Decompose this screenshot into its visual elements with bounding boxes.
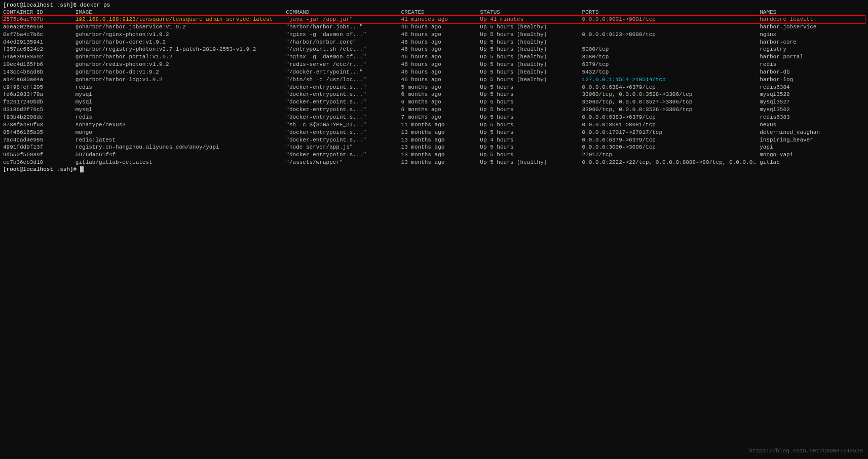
cell-image: redis:latest: [76, 136, 286, 144]
header-created: CREATED: [401, 9, 480, 16]
cell-names: inspiring_beaver: [760, 136, 865, 144]
cell-container-id: a141a680a04a: [3, 76, 76, 84]
cell-ports: 33060/tcp, 0.0.0.0:3528->3306/tcp: [582, 91, 760, 98]
cursor-line: [root@localhost .ssh]#: [3, 166, 865, 172]
cell-ports: 6379/tcp: [582, 61, 760, 68]
cell-image: goharbor/registry-photon:v2.7.1-patch-28…: [76, 46, 286, 53]
cell-image: mongo: [76, 129, 286, 136]
cell-created: 13 months ago: [401, 136, 480, 144]
table-row: 873efa489f63sonatype/nexus3"sh -c ${SONA…: [3, 121, 865, 129]
cursor-prompt: [root@localhost .ssh]#: [3, 166, 80, 172]
cell-ports: 0.0.0.0:17017->27017/tcp: [582, 129, 760, 136]
cell-status: Up 5 hours: [480, 84, 582, 91]
cell-names: nginx: [760, 31, 865, 39]
cell-created: 6 months ago: [401, 91, 480, 98]
cell-created: 46 hours ago: [401, 46, 480, 53]
cell-created: 46 hours ago: [401, 76, 480, 84]
cell-created: 6 months ago: [401, 98, 480, 106]
cell-command: "/entrypoint.sh /etc...": [286, 46, 401, 53]
cell-container-id: a0ea202ee650: [3, 23, 76, 31]
table-row: a0ea202ee650goharbor/harbor-jobservice:v…: [3, 23, 865, 31]
cell-ports: 0.0.0.0:2222->22/tcp, 0.0.0.0:8888->80/t…: [582, 159, 760, 166]
cell-container-id: 54ae39983692: [3, 53, 76, 61]
cell-image: redis: [76, 84, 286, 91]
header-container-id: CONTAINER ID: [3, 9, 76, 16]
cell-ports: 0.0.0.0:6379->6379/tcp: [582, 136, 760, 144]
watermark: https://blog.csdn.net/CSDN87742528: [749, 448, 863, 454]
cell-names: gitlab: [760, 159, 865, 166]
cell-names: nexus: [760, 121, 865, 129]
cell-image: goharbor/harbor-db:v1.9.2: [76, 68, 286, 76]
cell-status: Up 5 hours (healthy): [480, 61, 582, 68]
cell-image: goharbor/harbor-log:v1.9.2: [76, 76, 286, 84]
cell-names: redis6384: [760, 84, 865, 91]
cell-command: "/assets/wrapper": [286, 159, 401, 166]
table-row: f32617249bdbmysql"docker-entrypoint.s...…: [3, 98, 865, 106]
cell-names: hardcore_leavitt: [760, 16, 865, 23]
table-row: 4991fdd9f13fregistry.cn-hangzhou.aliyunc…: [3, 144, 865, 151]
cell-names: mongo-yapi: [760, 151, 865, 159]
cell-image: goharbor/redis-photon:v1.9.2: [76, 61, 286, 68]
cell-status: Up 5 hours (healthy): [480, 53, 582, 61]
cell-status: Up 5 hours: [480, 98, 582, 106]
cell-names: mysql3562: [760, 106, 865, 114]
cell-command: "/bin/sh -c /usr/loc...": [286, 76, 401, 84]
table-row: ce7b36eb3d10gitlab/gitlab-ce:latest"/ass…: [3, 159, 865, 166]
table-row: 7ac4cad4e985redis:latest"docker-entrypoi…: [3, 136, 865, 144]
cell-ports: 0.0.0.0:9123->8080/tcp: [582, 31, 760, 39]
cell-ports: 0.0.0.0:8081->8081/tcp: [582, 121, 760, 129]
cell-command: "sh -c ${SONATYPE_DI...": [286, 121, 401, 129]
cell-container-id: d3186d2f76c5: [3, 106, 76, 114]
cell-container-id: 873efa489f63: [3, 121, 76, 129]
table-row: 10ec4d165fb6goharbor/redis-photon:v1.9.2…: [3, 61, 865, 68]
cell-ports: 0.0.0.0:6384->6379/tcp: [582, 84, 760, 91]
cell-container-id: f32617249bdb: [3, 98, 76, 106]
cell-names: yapi: [760, 144, 865, 151]
cell-created: 13 months ago: [401, 144, 480, 151]
cell-ports: 33060/tcp, 0.0.0.0:3527->3306/tcp: [582, 98, 760, 106]
table-row: 143cc4b6ad6bgoharbor/harbor-db:v1.9.2"/d…: [3, 68, 865, 76]
cell-ports: 5000/tcp: [582, 46, 760, 53]
cell-status: Up 5 hours: [480, 114, 582, 121]
cell-ports: 0.0.0.0:3000->3000/tcp: [582, 144, 760, 151]
cell-status: Up 5 hours: [480, 144, 582, 151]
cell-command: "docker-entrypoint.s...": [286, 106, 401, 114]
cell-image: mysql: [76, 106, 286, 114]
cell-created: 13 months ago: [401, 129, 480, 136]
cell-image: mysql: [76, 91, 286, 98]
cell-container-id: c9f98feff205: [3, 84, 76, 91]
cell-names: harbor-core: [760, 39, 865, 46]
cell-names: determined_vaughan: [760, 129, 865, 136]
cell-status: Up 5 hours: [480, 91, 582, 98]
cell-command: "nginx -g 'daemon of...": [286, 53, 401, 61]
cell-ports: 0.0.0.0:6383->6379/tcp: [582, 114, 760, 121]
cell-status: Up 5 hours: [480, 129, 582, 136]
cell-command: "docker-entrypoint.s...": [286, 114, 401, 121]
cell-container-id: d4ed29135941: [3, 39, 76, 46]
table-row: c9f98feff205redis"docker-entrypoint.s...…: [3, 84, 865, 91]
cell-status: Up 4 hours: [480, 136, 582, 144]
cell-container-id: 143cc4b6ad6b: [3, 68, 76, 76]
table-row: f357ac6624e2goharbor/registry-photon:v2.…: [3, 46, 865, 53]
cell-container-id: 2575d6ac707b: [3, 16, 76, 23]
cell-command: "java -jar /app.jar": [286, 16, 401, 23]
cell-image: 5976dac61f4f: [76, 151, 286, 159]
header-status: STATUS: [480, 9, 582, 16]
cell-status: Up 5 hours (healthy): [480, 76, 582, 84]
prompt-line: [root@localhost .ssh]$ docker ps: [3, 2, 865, 8]
cell-command: "redis-server /etc/r...": [286, 61, 401, 68]
cell-status: Up 41 minutes: [480, 16, 582, 23]
cell-command: "/docker-entrypoint...": [286, 68, 401, 76]
cell-ports: 127.0.0.1:1514->10514/tcp: [582, 76, 760, 84]
cell-created: 46 hours ago: [401, 31, 480, 39]
cell-image: goharbor/nginx-photon:v1.9.2: [76, 31, 286, 39]
cell-image: registry.cn-hangzhou.aliyuncs.com/anoy/y…: [76, 144, 286, 151]
cell-created: 6 months ago: [401, 106, 480, 114]
cell-names: harbor-jobservice: [760, 23, 865, 31]
cell-container-id: f93b4b2208dc: [3, 114, 76, 121]
cell-created: 46 hours ago: [401, 23, 480, 31]
table-row: d3186d2f76c5mysql"docker-entrypoint.s...…: [3, 106, 865, 114]
table-row: 9d550f56089f5976dac61f4f"docker-entrypoi…: [3, 151, 865, 159]
cell-command: "harbor/harbor-jobs...": [286, 23, 401, 31]
cell-command: "/harbor/harbor_core": [286, 39, 401, 46]
